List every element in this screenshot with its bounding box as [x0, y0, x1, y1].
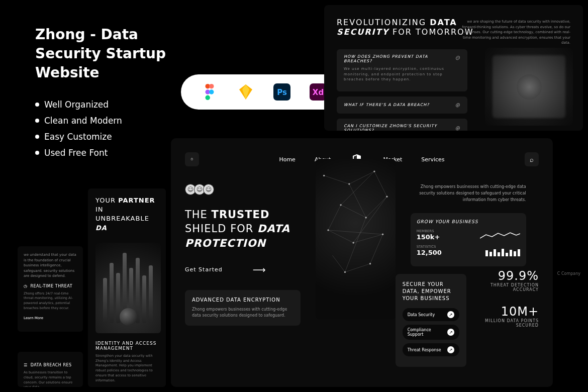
product-info: Zhong - Data Security Startup Website We…	[35, 25, 186, 164]
preview-breach: ☰DATA BREACH RES As businesses transitio…	[18, 352, 83, 387]
arrow-icon: ↗	[447, 346, 454, 353]
figma-icon	[201, 83, 218, 101]
sketch-icon	[237, 83, 254, 101]
hero-intro: Zhong empowers businesses with cutting-e…	[411, 184, 526, 203]
preview-hero: ◦ Home About Market Services ⌕ ☺ ☺ ☺ THE…	[171, 138, 553, 387]
company-label: C Company	[557, 271, 580, 276]
faq-list: HOW DOES ZHONG PREVENT DATA BREACHES?⊖ W…	[337, 49, 467, 131]
arrow-icon: ↗	[447, 329, 454, 336]
arrow-icon: ↗	[447, 311, 454, 318]
pill-compliance[interactable]: Compliance Support↗	[403, 325, 459, 340]
feature-list: Well Organized Clean and Modern Easy Cus…	[35, 100, 186, 158]
svg-point-19	[344, 271, 346, 273]
secure-card: SECURE YOUR DATA, EMPOWER YOUR BUSINESS …	[396, 274, 466, 367]
feature-item: Used Free Font	[35, 148, 186, 158]
svg-point-9	[323, 175, 325, 176]
svg-point-4	[206, 95, 210, 100]
abstract-render	[485, 48, 573, 126]
svg-point-3	[209, 89, 214, 94]
product-title: Zhong - Data Security Startup Website	[35, 25, 186, 82]
database-icon: ☰	[24, 363, 28, 367]
feature-item: Clean and Modern	[35, 116, 186, 126]
nav-link-services[interactable]: Services	[421, 156, 444, 163]
svg-point-18	[369, 263, 371, 264]
collapse-icon: ⊖	[455, 54, 460, 63]
faq-item[interactable]: WHAT IF THERE'S A DATA BREACH?⊕	[337, 96, 467, 114]
svg-point-1	[209, 84, 214, 88]
breach-title: ☰DATA BREACH RES	[24, 363, 77, 367]
svg-point-17	[382, 234, 383, 235]
svg-text:Xd: Xd	[313, 88, 324, 97]
tools-pill: Ps Xd	[181, 74, 347, 110]
preview-partner: YOUR PARTNER IN UNBREAKABLE DA IDENTITY …	[88, 188, 166, 387]
search-icon[interactable]: ⌕	[525, 152, 539, 166]
pill-data-security[interactable]: Data Security↗	[403, 308, 459, 321]
mesh-render	[316, 159, 396, 320]
clock-icon: ◷	[24, 284, 27, 288]
svg-text:Ps: Ps	[277, 88, 287, 97]
avatars: ☺ ☺ ☺	[185, 184, 301, 195]
svg-point-16	[352, 242, 354, 243]
grow-card: GROW YOUR BUSINESS MEMBERS150k+ STATISTI…	[411, 213, 526, 266]
svg-point-11	[373, 170, 375, 172]
bar-chart	[485, 246, 520, 256]
faq-item[interactable]: CAN I CUSTOMIZE ZHONG'S SECURITY SOLUTIO…	[337, 119, 467, 131]
expand-icon: ⊕	[455, 102, 460, 109]
photoshop-icon: Ps	[273, 83, 290, 101]
preview-faq: REVOLUTIONIZING DATA SECURITY FOR TOMORR…	[324, 5, 583, 131]
avatar: ☺	[203, 184, 214, 195]
feature-item: Well Organized	[35, 100, 186, 110]
rods-render	[95, 243, 161, 333]
feature-item: Easy Customize	[35, 132, 186, 142]
encryption-card: ADVANCED DATA ENCRYPTION Zhong empowers …	[185, 290, 301, 326]
stats: 99.9% THREAT DETECTION ACCURACY 10M+ MIL…	[474, 269, 539, 367]
svg-point-13	[365, 217, 367, 218]
nav-link-home[interactable]: Home	[279, 156, 295, 163]
get-started-button[interactable]: Get Started⟶	[185, 264, 301, 275]
svg-point-10	[348, 183, 350, 184]
svg-point-15	[327, 229, 329, 231]
preview-realtime: we understand that your data is the foun…	[18, 246, 83, 332]
svg-point-14	[340, 204, 341, 206]
svg-point-12	[386, 195, 387, 197]
partner-title: YOUR PARTNER IN UNBREAKABLE DA	[95, 196, 158, 233]
expand-icon: ⊕	[455, 125, 460, 131]
user-icon[interactable]: ◦	[185, 152, 199, 166]
learn-more-link[interactable]: Learn More	[24, 316, 77, 320]
faq-subtitle: we are shaping the future of data securi…	[460, 19, 570, 46]
line-chart	[480, 231, 520, 241]
pill-threat[interactable]: Threat Response↗	[403, 343, 459, 356]
hero-title: THE TRUSTED SHIELD FOR DATA PROTECTION	[185, 208, 301, 250]
realtime-title: ◷REAL-TIME THREAT	[24, 284, 77, 288]
faq-item[interactable]: HOW DOES ZHONG PREVENT DATA BREACHES?⊖ W…	[337, 49, 467, 91]
arrow-right-icon: ⟶	[253, 264, 266, 275]
